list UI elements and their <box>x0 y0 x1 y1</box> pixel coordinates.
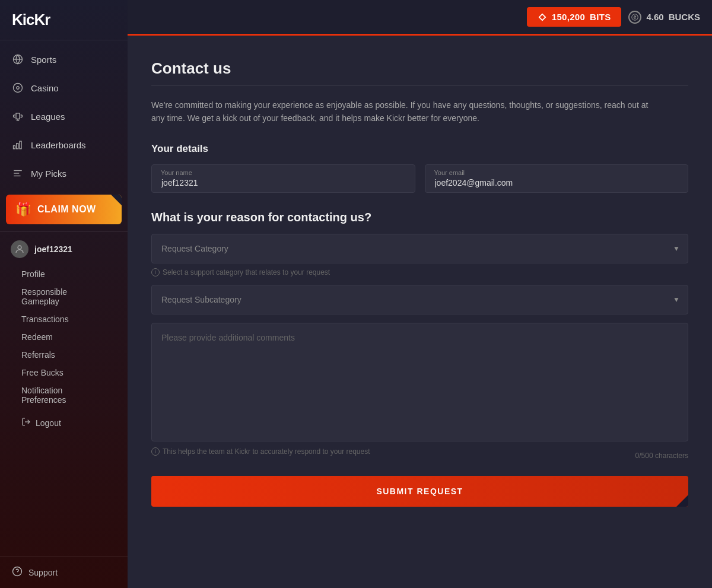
user-section: joef12321 Profile Responsible Gameplay T… <box>0 231 128 439</box>
sports-icon <box>12 53 24 65</box>
claim-banner[interactable]: 🎁 CLAIM NOW <box>6 195 122 224</box>
sidebar-item-leaderboards[interactable]: Leaderboards <box>0 131 128 159</box>
svg-point-2 <box>14 84 23 93</box>
sidebar-item-responsible[interactable]: Responsible Gameplay <box>11 283 117 310</box>
sidebar-item-redeem[interactable]: Redeem <box>11 328 117 346</box>
avatar <box>11 240 28 258</box>
comments-hint: i This helps the team at Kickr to accura… <box>151 447 370 456</box>
claim-label: CLAIM NOW <box>37 204 96 215</box>
gift-icon: 🎁 <box>15 202 31 217</box>
nav-divider <box>0 40 128 40</box>
logout-label: Logout <box>36 418 61 428</box>
main-wrapper: 150,200 BITS 4.60 BUCKS Contact us We're… <box>128 0 712 588</box>
sidebar-item-leagues[interactable]: Leagues <box>0 102 128 131</box>
reason-title: What is your reason for contacting us? <box>151 211 688 224</box>
sidebar-item-freebucks[interactable]: Free Bucks <box>11 364 117 382</box>
username: joef12321 <box>34 244 72 254</box>
support-icon <box>12 566 23 579</box>
category-hint: i Select a support category that relates… <box>151 268 688 276</box>
bucks-icon <box>628 11 641 24</box>
svg-point-12 <box>13 567 22 576</box>
bucks-amount: 4.60 <box>646 12 663 22</box>
casino-icon <box>12 82 24 94</box>
support-label: Support <box>28 568 58 577</box>
subcategory-select-wrapper: Request Subcategory ▼ <box>151 285 688 314</box>
sidebar-item-mypicks[interactable]: My Picks <box>0 159 128 187</box>
comments-wrapper <box>151 323 688 444</box>
details-row: Your name Your email <box>151 164 688 193</box>
email-input[interactable] <box>425 164 689 193</box>
leagues-icon <box>12 110 24 122</box>
sidebar-leagues-label: Leagues <box>31 112 65 122</box>
title-divider <box>151 85 688 85</box>
subcategory-select[interactable]: Request Subcategory <box>151 285 688 314</box>
bits-button[interactable]: 150,200 BITS <box>527 7 622 27</box>
category-select-wrapper: Request Category ▼ <box>151 234 688 263</box>
info-icon: i <box>151 268 160 276</box>
comments-info-icon: i <box>151 447 160 456</box>
name-group: Your name <box>151 164 415 193</box>
bucks-display: 4.60 BUCKS <box>628 11 700 24</box>
svg-rect-4 <box>14 146 15 149</box>
sidebar-sports-label: Sports <box>31 55 56 65</box>
sidebar-item-transactions[interactable]: Transactions <box>11 310 117 328</box>
bits-amount: 150,200 <box>552 12 585 22</box>
email-input-wrapper: Your email <box>425 164 689 193</box>
bucks-label: BUCKS <box>669 12 700 22</box>
logout-button[interactable]: Logout <box>11 411 117 434</box>
sidebar-support[interactable]: Support <box>0 556 128 588</box>
name-input[interactable] <box>151 164 415 193</box>
page-title: Contact us <box>151 59 688 78</box>
svg-point-3 <box>17 87 20 90</box>
sidebar-leaderboards-label: Leaderboards <box>31 140 86 150</box>
leaderboards-icon <box>12 139 24 151</box>
sidebar-mypicks-label: My Picks <box>31 169 66 179</box>
submit-button[interactable]: SUBMIT REQUEST <box>151 476 688 507</box>
mypicks-icon <box>12 167 24 179</box>
char-count: 0/500 characters <box>635 452 688 460</box>
sidebar-item-referrals[interactable]: Referrals <box>11 346 117 364</box>
intro-text: We're committed to making your experienc… <box>151 98 662 125</box>
svg-rect-6 <box>20 141 21 149</box>
header: 150,200 BITS 4.60 BUCKS <box>128 0 712 36</box>
sidebar-item-notifications[interactable]: Notification Preferences <box>11 382 117 409</box>
contact-content: Contact us We're committed to making you… <box>128 36 712 588</box>
sidebar-casino-label: Casino <box>31 83 59 93</box>
svg-point-10 <box>18 246 21 249</box>
svg-rect-5 <box>17 144 18 149</box>
user-row: joef12321 <box>11 240 117 258</box>
logout-icon <box>21 417 31 428</box>
email-group: Your email <box>425 164 689 193</box>
sidebar-item-sports[interactable]: Sports <box>0 45 128 74</box>
comments-textarea[interactable] <box>151 323 688 441</box>
details-title: Your details <box>151 143 688 155</box>
sidebar-item-profile[interactable]: Profile <box>11 265 117 283</box>
category-select[interactable]: Request Category <box>151 234 688 263</box>
sidebar: KicKr Sports Casino Leagues <box>0 0 128 588</box>
bits-label: BITS <box>590 12 611 22</box>
name-input-wrapper: Your name <box>151 164 415 193</box>
char-count-row: i This helps the team at Kickr to accura… <box>151 447 688 464</box>
sidebar-item-casino[interactable]: Casino <box>0 74 128 102</box>
logo: KicKr <box>0 0 128 40</box>
